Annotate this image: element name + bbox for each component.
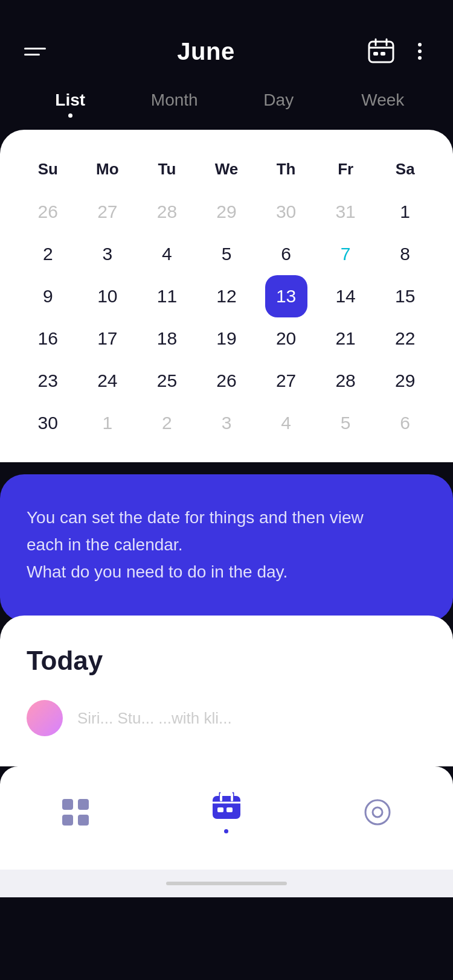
calendar-day[interactable]: 24 [78, 360, 138, 402]
day-number: 4 [281, 413, 291, 433]
calendar-day[interactable]: 27 [78, 191, 138, 233]
calendar-day[interactable]: 20 [256, 317, 316, 360]
today-item-avatar [27, 700, 63, 736]
calendar-day[interactable]: 30 [256, 191, 316, 233]
day-number: 31 [335, 202, 355, 222]
day-number: 26 [38, 202, 58, 222]
calendar-day[interactable]: 12 [197, 275, 257, 317]
calendar-day[interactable]: 3 [197, 402, 257, 444]
svg-rect-7 [78, 799, 89, 810]
day-number: 18 [157, 328, 177, 349]
day-number: 9 [43, 286, 53, 307]
calendar-grid: 2627282930311234567891011121314151617181… [18, 191, 435, 444]
day-header-sa: Sa [375, 154, 435, 185]
calendar-day[interactable]: 6 [375, 402, 435, 444]
calendar-day[interactable]: 1 [375, 191, 435, 233]
svg-rect-9 [78, 815, 89, 826]
calendar-card: Su Mo Tu We Th Fr Sa 2627282930311234567… [0, 130, 453, 462]
calendar-day[interactable]: 16 [18, 317, 78, 360]
calendar-day[interactable]: 9 [18, 275, 78, 317]
day-header-tu: Tu [137, 154, 197, 185]
calendar-day[interactable]: 5 [316, 402, 376, 444]
day-number: 6 [281, 244, 291, 264]
calendar-day[interactable]: 31 [316, 191, 376, 233]
day-header-mo: Mo [78, 154, 138, 185]
day-number: 19 [216, 328, 236, 349]
svg-rect-10 [213, 796, 240, 819]
app-header: June [0, 0, 453, 66]
calendar-day[interactable]: 15 [375, 275, 435, 317]
home-indicator [166, 882, 287, 885]
svg-rect-15 [231, 793, 233, 801]
svg-rect-16 [217, 807, 223, 812]
day-number: 20 [276, 328, 296, 349]
calendar-day[interactable]: 6 [256, 233, 316, 275]
tab-list[interactable]: List [18, 84, 123, 130]
calendar-day[interactable]: 5 [197, 233, 257, 275]
day-number: 29 [395, 371, 415, 391]
svg-rect-14 [220, 793, 222, 801]
day-header-th: Th [256, 154, 316, 185]
day-number: 21 [335, 328, 355, 349]
calendar-day[interactable]: 4 [256, 402, 316, 444]
day-number: 23 [38, 371, 58, 391]
hamburger-menu-button[interactable] [24, 48, 46, 56]
nav-settings-button[interactable] [338, 791, 417, 834]
calendar-day[interactable]: 28 [316, 360, 376, 402]
promo-banner: You can set the date for things and then… [0, 474, 453, 622]
calendar-day[interactable]: 19 [197, 317, 257, 360]
calendar-day[interactable]: 8 [375, 233, 435, 275]
calendar-day[interactable]: 27 [256, 360, 316, 402]
calendar-day[interactable]: 26 [197, 360, 257, 402]
calendar-day[interactable]: 29 [197, 191, 257, 233]
day-number: 27 [97, 202, 117, 222]
more-options-button[interactable] [411, 42, 429, 60]
day-number: 2 [162, 413, 172, 433]
today-section: Today Siri... Stu... ...with kli... [0, 616, 453, 766]
day-number: 14 [335, 286, 355, 307]
day-header-fr: Fr [316, 154, 376, 185]
calendar-day[interactable]: 2 [137, 402, 197, 444]
calendar-day[interactable]: 29 [375, 360, 435, 402]
calendar-day[interactable]: 17 [78, 317, 138, 360]
day-number: 8 [400, 244, 410, 264]
calendar-day[interactable]: 26 [18, 191, 78, 233]
calendar-day[interactable]: 23 [18, 360, 78, 402]
calendar-day[interactable]: 22 [375, 317, 435, 360]
calendar-day[interactable]: 25 [137, 360, 197, 402]
today-item[interactable]: Siri... Stu... ...with kli... [27, 688, 426, 748]
day-number: 15 [395, 286, 415, 307]
calendar-day[interactable]: 14 [316, 275, 376, 317]
calendar-day[interactable]: 11 [137, 275, 197, 317]
calendar-day[interactable]: 30 [18, 402, 78, 444]
active-tab-indicator [68, 113, 72, 118]
calendar-day[interactable]: 7 [316, 233, 376, 275]
day-number: 1 [103, 413, 113, 433]
calendar-day[interactable]: 4 [137, 233, 197, 275]
nav-grid-button[interactable] [36, 791, 115, 834]
tab-month[interactable]: Month [123, 84, 227, 130]
calendar-picker-button[interactable] [366, 36, 396, 66]
calendar-day[interactable]: 1 [78, 402, 138, 444]
day-number: 17 [97, 328, 117, 349]
day-number: 3 [222, 413, 232, 433]
today-item-text: Siri... Stu... ...with kli... [77, 709, 232, 728]
tab-week[interactable]: Week [331, 84, 435, 130]
calendar-day[interactable]: 18 [137, 317, 197, 360]
calendar-day[interactable]: 10 [78, 275, 138, 317]
calendar-day[interactable]: 2 [18, 233, 78, 275]
promo-text: You can set the date for things and then… [27, 504, 426, 585]
calendar-day[interactable]: 3 [78, 233, 138, 275]
day-number: 3 [103, 244, 113, 264]
day-number: 30 [38, 413, 58, 433]
tab-day[interactable]: Day [226, 84, 331, 130]
day-number: 6 [400, 413, 410, 433]
svg-rect-4 [373, 52, 378, 56]
nav-calendar-button[interactable] [186, 784, 267, 839]
calendar-day[interactable]: 13 [256, 275, 316, 317]
day-number: 7 [341, 244, 351, 264]
day-number: 13 [276, 286, 296, 307]
calendar-day[interactable]: 28 [137, 191, 197, 233]
calendar-day[interactable]: 21 [316, 317, 376, 360]
day-number: 11 [157, 286, 177, 307]
